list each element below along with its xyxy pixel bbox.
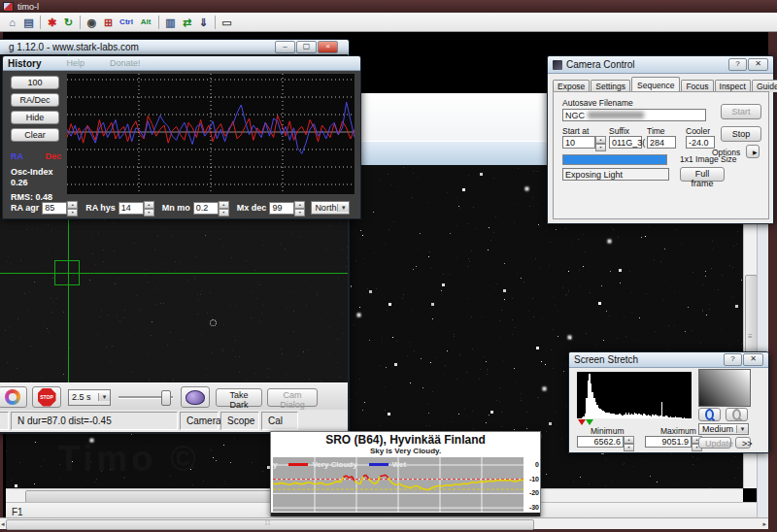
cam-dialog-button[interactable]: Cam Dialog xyxy=(267,388,318,407)
screen-stretch-window: Screen Stretch ? ✕ Minimum Maximum 6562.… xyxy=(568,351,769,453)
control-label: Mx dec xyxy=(237,203,267,213)
field-cooler[interactable]: -24.0 xyxy=(686,136,715,149)
full-frame-button[interactable]: Full frame xyxy=(680,167,725,182)
refresh-icon[interactable]: ↻ xyxy=(60,16,77,29)
close-icon[interactable]: ✕ xyxy=(748,58,768,71)
send-key-icon[interactable]: ⊞ xyxy=(100,16,117,29)
legend-label: Very Cloudy xyxy=(312,460,356,469)
ctrl-key-button[interactable]: Ctrl xyxy=(117,16,136,29)
maximum-field[interactable]: 9051.9 xyxy=(645,436,692,448)
zoom-in-button[interactable] xyxy=(698,408,721,421)
autosave-field[interactable]: NGC xyxy=(562,109,706,121)
connection-options-icon[interactable]: ⌂ xyxy=(4,16,20,29)
legend-swatch xyxy=(288,463,308,466)
stop-button[interactable]: STOP xyxy=(32,386,61,408)
brain-icon xyxy=(186,390,205,405)
close-icon[interactable]: ✕ xyxy=(743,353,763,366)
field-label: Time xyxy=(647,126,665,136)
guide-star-marker xyxy=(210,319,217,326)
update-button[interactable]: Update xyxy=(698,437,731,449)
spinner[interactable]: ▴▾ xyxy=(595,136,606,149)
control-field[interactable]: 14 xyxy=(118,202,144,215)
brain-button[interactable] xyxy=(181,386,210,408)
exposure-select[interactable]: 2.5 s▾ xyxy=(68,389,111,406)
history-button-clear[interactable]: Clear xyxy=(11,128,59,142)
y-tick-label: -20 xyxy=(529,489,539,496)
spinner[interactable]: ▴▾ xyxy=(144,201,154,215)
minimize-button[interactable]: – xyxy=(275,41,295,53)
status-cell-scope: Scope xyxy=(220,412,259,430)
save-icon[interactable]: ⇓ xyxy=(195,16,212,29)
progress-bar xyxy=(562,154,667,165)
stretch-mode-select[interactable]: Medium▾ xyxy=(698,423,749,435)
scroll-left-icon[interactable]: ◂ xyxy=(1,520,5,528)
loop-button[interactable] xyxy=(0,386,27,408)
history-button-hide[interactable]: Hide xyxy=(11,111,59,124)
vnc-title-bar[interactable]: timo-l xyxy=(0,0,777,13)
field-suffix[interactable]: 011G_3( xyxy=(609,136,642,149)
help-button[interactable]: ? xyxy=(724,353,742,366)
connection-info-icon[interactable]: ▤ xyxy=(20,16,37,29)
history-button-radec[interactable]: RA/Dec xyxy=(11,93,59,107)
camera-control-window: Camera Control ? ✕ ExposeSettingsSequenc… xyxy=(547,55,774,224)
control-field[interactable]: 0.2 xyxy=(193,202,219,215)
minimum-field[interactable]: 6562.6 xyxy=(577,436,624,448)
zoom-out-button[interactable] xyxy=(726,408,748,421)
take-dark-button[interactable]: Take Dark xyxy=(216,388,262,407)
osc-index-value: 0.26 xyxy=(11,178,67,187)
vnc-horizontal-scrollbar[interactable]: ◂ ▸ xyxy=(0,517,768,529)
phd-toolbar: STOP 2.5 s▾ Take Dark Cam Dialog xyxy=(0,382,348,411)
history-title-bar[interactable]: History Help Donate! xyxy=(3,56,360,71)
dec-guide-mode-select[interactable]: North▾ xyxy=(311,201,350,215)
phd-window-controls: – ▢ × xyxy=(275,41,338,53)
screen-stretch-title-bar[interactable]: Screen Stretch ? ✕ xyxy=(569,352,768,368)
camera-control-title-bar[interactable]: Camera Control ? ✕ xyxy=(548,56,773,74)
scrollbar-thumb[interactable] xyxy=(6,519,534,530)
phd-title-bar[interactable]: g 1.12.0 - www.stark-labs.com – ▢ × xyxy=(0,40,349,55)
phd-history-window: History Help Donate! 100RA/DecHideClear … xyxy=(2,55,361,219)
more-button[interactable]: >> xyxy=(735,437,751,449)
weather-window: SRO (B64), Hyvinkää Finland Sky is Very … xyxy=(270,431,541,516)
histogram[interactable] xyxy=(577,372,692,418)
scroll-right-icon[interactable]: ▸ xyxy=(762,520,766,528)
y-tick-label: -10 xyxy=(529,476,539,482)
spinner[interactable]: ▴▾ xyxy=(294,201,305,215)
weather-footer xyxy=(271,513,540,516)
minimum-spinner[interactable]: ▴▾ xyxy=(624,436,634,448)
vnc-title: timo-l xyxy=(17,2,39,12)
field-start-at[interactable]: 10 xyxy=(562,136,595,149)
max-marker[interactable] xyxy=(586,419,593,425)
options-arrow-button[interactable]: ▶ xyxy=(746,145,760,158)
spinner[interactable]: ▴▾ xyxy=(67,201,78,215)
alt-key-button[interactable]: Alt xyxy=(136,16,155,29)
status-cell-empty xyxy=(0,412,9,430)
minimum-label: Minimum xyxy=(591,426,624,436)
image-size-label: 1x1 Image Size xyxy=(680,154,737,164)
control-field[interactable]: 99 xyxy=(269,202,294,215)
copy-icon[interactable]: ▥ xyxy=(162,16,179,29)
zoom-in-icon xyxy=(705,409,714,420)
close-connection-icon[interactable]: ✱ xyxy=(44,16,60,29)
maximize-button[interactable]: ▢ xyxy=(296,41,317,53)
field-time[interactable]: 284 xyxy=(647,136,676,149)
stop-button[interactable]: Stop xyxy=(721,126,761,142)
spinner[interactable]: ▴▾ xyxy=(219,201,229,215)
legend-swatch xyxy=(369,463,388,466)
fullscreen-icon[interactable]: ▭ xyxy=(219,16,235,29)
view-only-icon[interactable]: ◉ xyxy=(84,16,100,29)
zoom-out-icon xyxy=(732,409,741,420)
control-field[interactable]: 85 xyxy=(42,202,67,215)
weather-subtitle: Sky is Very Cloudy. xyxy=(271,447,540,455)
gamma-slider[interactable] xyxy=(118,389,173,405)
history-button-100[interactable]: 100 xyxy=(11,76,59,89)
min-marker[interactable] xyxy=(578,419,586,425)
menu-help[interactable]: Help xyxy=(66,58,84,68)
autosave-label: Autosave Filename xyxy=(562,98,633,108)
help-button[interactable]: ? xyxy=(728,58,747,71)
start-button[interactable]: Start xyxy=(721,104,761,119)
phd-status-bar: N dur=87.0 dist=-0.45 Camera Scope Cal xyxy=(0,410,348,432)
file-transfer-icon[interactable]: ⇄ xyxy=(179,16,195,29)
slider-thumb[interactable] xyxy=(161,390,171,406)
close-button[interactable]: × xyxy=(318,41,338,53)
menu-donate[interactable]: Donate! xyxy=(110,58,141,68)
